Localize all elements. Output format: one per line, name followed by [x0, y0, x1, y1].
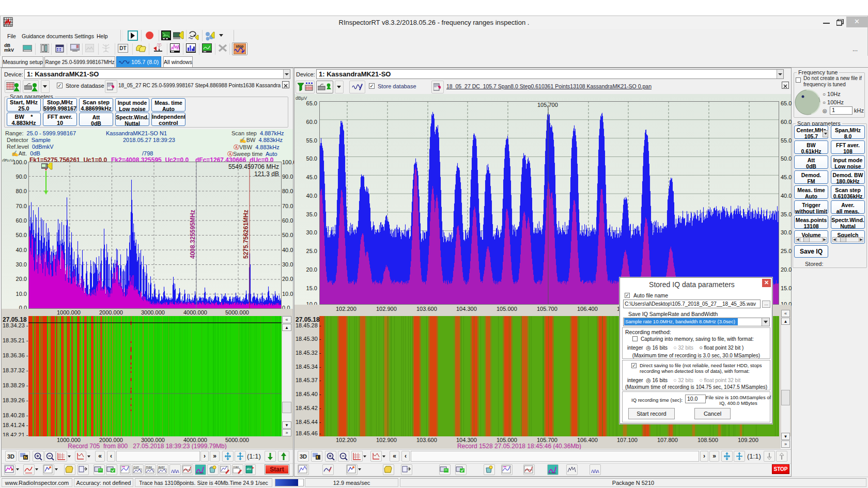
svg-text:3D: 3D	[7, 453, 14, 460]
svg-text:3D: 3D	[300, 453, 307, 460]
svg-text:abc: abc	[246, 467, 252, 470]
svg-text:max: max	[146, 465, 152, 469]
svg-text:curr: curr	[133, 465, 140, 469]
svg-text:stop: stop	[236, 44, 244, 49]
svg-text:aver: aver	[158, 465, 165, 469]
svg-text:max: max	[233, 465, 239, 468]
